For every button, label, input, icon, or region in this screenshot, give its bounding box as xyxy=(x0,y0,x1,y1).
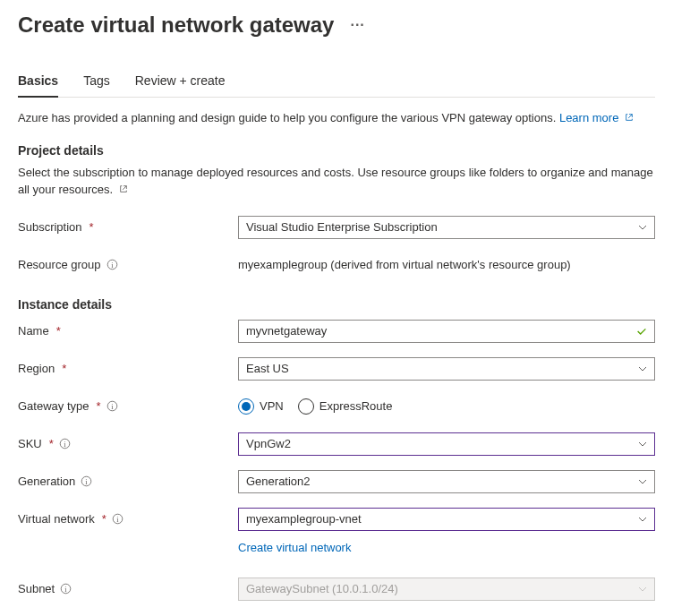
svg-text:i: i xyxy=(65,586,68,594)
page-title-text: Create virtual network gateway xyxy=(18,13,334,38)
name-input[interactable] xyxy=(238,320,655,343)
external-link-icon[interactable] xyxy=(119,184,128,193)
svg-text:i: i xyxy=(111,261,114,270)
gateway-type-vpn-radio[interactable]: VPN xyxy=(238,398,284,415)
learn-more-link[interactable]: Learn more xyxy=(559,111,634,124)
radio-label: ExpressRoute xyxy=(319,399,393,413)
gateway-type-label: Gateway type* i xyxy=(18,399,238,413)
subnet-label: Subnet i xyxy=(18,582,238,595)
tab-review-create[interactable]: Review + create xyxy=(135,68,226,97)
external-link-icon xyxy=(625,113,634,122)
virtual-network-select[interactable] xyxy=(238,508,655,531)
gateway-type-radiogroup: VPN ExpressRoute xyxy=(238,398,655,415)
info-icon[interactable]: i xyxy=(81,475,92,487)
svg-text:i: i xyxy=(86,478,89,486)
generation-label: Generation i xyxy=(18,475,238,488)
generation-select[interactable] xyxy=(238,470,655,493)
region-select[interactable] xyxy=(238,357,655,381)
tabs: Basics Tags Review + create xyxy=(18,68,655,98)
sku-select[interactable] xyxy=(238,432,655,456)
tab-tags[interactable]: Tags xyxy=(83,68,110,97)
info-icon[interactable]: i xyxy=(60,583,72,595)
svg-text:i: i xyxy=(64,441,66,449)
intro-text: Azure has provided a planning and design… xyxy=(18,110,655,127)
svg-text:i: i xyxy=(111,403,114,411)
section-project-details-title: Project details xyxy=(18,143,655,158)
radio-label: VPN xyxy=(260,399,284,413)
svg-text:i: i xyxy=(116,516,119,524)
subscription-label: Subscription* xyxy=(18,220,238,234)
info-icon[interactable]: i xyxy=(106,400,118,412)
virtual-network-label: Virtual network* i xyxy=(18,512,238,526)
info-icon[interactable]: i xyxy=(59,438,71,449)
tab-basics[interactable]: Basics xyxy=(18,68,58,97)
subnet-select xyxy=(238,578,655,601)
sku-label: SKU* i xyxy=(18,437,238,450)
more-actions-button[interactable]: ··· xyxy=(350,17,364,33)
region-label: Region* xyxy=(18,362,238,375)
info-icon[interactable]: i xyxy=(106,259,118,270)
project-details-desc: Select the subscription to manage deploy… xyxy=(18,165,655,199)
info-icon[interactable]: i xyxy=(112,513,124,525)
create-virtual-network-link[interactable]: Create virtual network xyxy=(238,541,351,554)
section-instance-details-title: Instance details xyxy=(18,297,655,312)
page-title: Create virtual network gateway ··· xyxy=(18,13,655,38)
resource-group-value: myexamplegroup (derived from virtual net… xyxy=(238,258,655,271)
gateway-type-expressroute-radio[interactable]: ExpressRoute xyxy=(298,398,393,415)
resource-group-label: Resource group i xyxy=(18,258,238,271)
name-label: Name* xyxy=(18,324,238,338)
subscription-select[interactable] xyxy=(238,216,655,239)
